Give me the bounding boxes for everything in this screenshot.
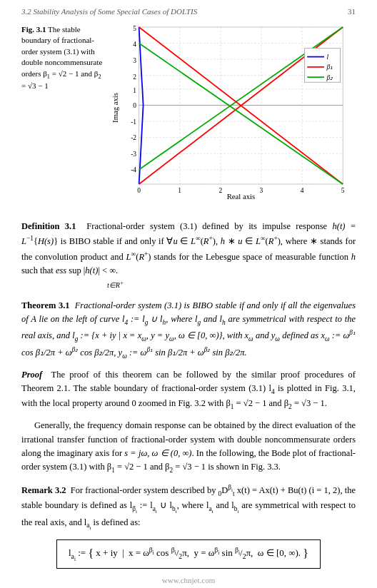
theorem-label: Theorem 3.1 — [21, 300, 70, 310]
page-header: 3.2 Stability Analysis of Some Special C… — [21, 7, 356, 16]
svg-text:-3: -3 — [131, 151, 136, 158]
watermark-text: www.chnjet.com — [162, 576, 215, 584]
chart-container: Imag axis Real axis 5 4 3 2 1 0 -1 -2 -3… — [109, 21, 356, 211]
svg-text:3: 3 — [260, 187, 263, 194]
svg-text:0: 0 — [137, 187, 141, 194]
svg-text:0: 0 — [133, 102, 136, 109]
definition-label: Definition 3.1 — [21, 221, 76, 231]
paragraph-block: Generally, the frequency domain response… — [21, 419, 356, 475]
svg-text:-4: -4 — [131, 166, 136, 173]
svg-text:β₂: β₂ — [326, 74, 334, 81]
remark-label: Remark 3.2 — [21, 485, 66, 495]
figure-caption: Fig. 3.1 The stable boundary of fraction… — [21, 21, 104, 211]
svg-text:1: 1 — [178, 187, 181, 194]
svg-text:-2: -2 — [131, 134, 136, 141]
chart-svg: Imag axis Real axis 5 4 3 2 1 0 -1 -2 -3… — [109, 21, 356, 211]
svg-text:5: 5 — [133, 25, 136, 32]
svg-text:4: 4 — [133, 41, 136, 48]
svg-text:l: l — [327, 54, 329, 61]
svg-text:-1: -1 — [131, 118, 136, 126]
theorem-block: Theorem 3.1 Fractional-order system (3.1… — [21, 299, 356, 361]
svg-text:Real axis: Real axis — [227, 192, 255, 201]
svg-text:4: 4 — [301, 187, 304, 194]
figure-caption-text: The stable boundary of fractional-order … — [21, 25, 102, 90]
remark-block: Remark 3.2 For fractional-order system d… — [21, 482, 356, 532]
watermark: www.chnjet.com — [21, 576, 356, 584]
proof-label: Proof — [21, 370, 42, 380]
page-container: 3.2 Stability Analysis of Some Special C… — [0, 0, 377, 588]
definition-block: Definition 3.1 Fractional-order system (… — [21, 220, 356, 292]
theorem-content: Fractional-order system (3.1) is BIBO st… — [21, 300, 356, 358]
svg-text:β₁: β₁ — [326, 64, 333, 71]
svg-text:3: 3 — [133, 57, 136, 64]
proof-block: Proof The proof of this theorem can be f… — [21, 368, 356, 412]
svg-text:1: 1 — [133, 87, 136, 94]
figure-label: Fig. 3.1 — [21, 25, 46, 34]
figure-section: Fig. 3.1 The stable boundary of fraction… — [21, 21, 356, 211]
page-number: 31 — [348, 7, 356, 16]
svg-text:2: 2 — [133, 74, 136, 81]
svg-text:5: 5 — [341, 187, 345, 194]
svg-text:2: 2 — [218, 187, 222, 194]
formula-text: lai := { x + iy | x = ωβi cos βi/2π, y =… — [69, 547, 308, 558]
svg-text:Imag axis: Imag axis — [111, 93, 119, 123]
header-left: 3.2 Stability Analysis of Some Special C… — [21, 7, 197, 16]
formula-box: lai := { x + iy | x = ωβi cos βi/2π, y =… — [56, 539, 321, 569]
formula-block: lai := { x + iy | x = ωβi cos βi/2π, y =… — [21, 539, 356, 569]
